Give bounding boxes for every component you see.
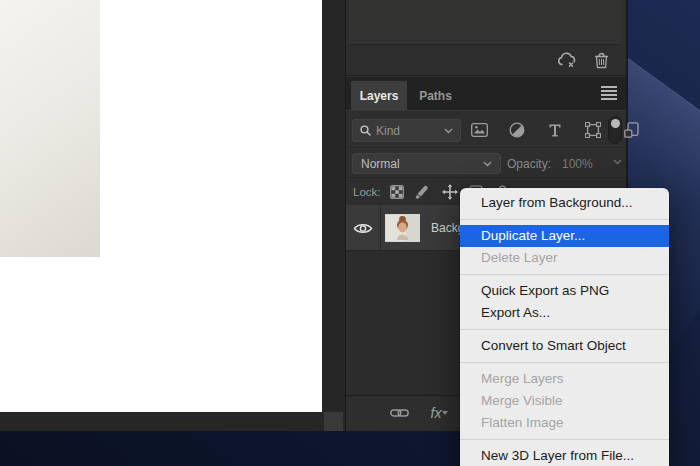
shape-layer-filter-icon[interactable] xyxy=(582,119,604,141)
chevron-down-icon xyxy=(444,128,453,134)
tab-layers-label: Layers xyxy=(360,89,399,103)
filter-kind-dropdown[interactable]: Kind xyxy=(352,119,461,142)
menu-item-layer-from-background[interactable]: Layer from Background... xyxy=(460,192,669,214)
search-icon xyxy=(360,125,371,136)
lock-image-icon[interactable] xyxy=(413,184,429,200)
menu-item-flatten-image: Flatten Image xyxy=(460,412,669,434)
blend-mode-dropdown[interactable]: Normal xyxy=(352,153,501,174)
tab-layers[interactable]: Layers xyxy=(351,81,407,110)
menu-item-merge-layers: Merge Layers xyxy=(460,368,669,390)
menu-separator xyxy=(460,439,669,440)
opacity-chevron-icon[interactable] xyxy=(613,159,622,165)
upper-panel-footer xyxy=(346,45,626,76)
tab-paths[interactable]: Paths xyxy=(407,81,464,110)
menu-item-export-as[interactable]: Export As... xyxy=(460,302,669,324)
trash-icon[interactable] xyxy=(590,49,612,71)
menu-item-duplicate-layer[interactable]: Duplicate Layer... xyxy=(460,225,669,247)
layer-filter-bar: Kind xyxy=(346,110,626,147)
blend-mode-value: Normal xyxy=(361,157,483,171)
photo-background-corner xyxy=(0,0,100,257)
tab-paths-label: Paths xyxy=(419,89,452,103)
menu-separator xyxy=(460,362,669,363)
layer-effects-fx-icon[interactable]: fx xyxy=(425,402,447,424)
filter-kind-label: Kind xyxy=(376,124,444,138)
upper-panel-content xyxy=(349,0,621,45)
hamburger-menu-icon[interactable] xyxy=(601,86,617,100)
menu-separator xyxy=(460,274,669,275)
smart-object-filter-icon[interactable] xyxy=(620,119,642,141)
scrollbar-corner xyxy=(324,412,343,431)
chevron-down-icon xyxy=(483,161,492,167)
menu-item-delete-layer: Delete Layer xyxy=(460,247,669,269)
context-menu: Layer from Background... Duplicate Layer… xyxy=(460,188,669,466)
opacity-label: Opacity: xyxy=(507,157,551,171)
pixel-layer-filter-icon[interactable] xyxy=(468,119,490,141)
desktop: Layers Paths Kind xyxy=(0,0,700,466)
lock-transparency-icon[interactable] xyxy=(389,184,405,200)
cloud-sync-off-icon[interactable] xyxy=(556,49,578,71)
link-layers-icon[interactable] xyxy=(388,402,410,424)
type-layer-filter-icon[interactable] xyxy=(544,119,566,141)
filter-toggle-switch[interactable] xyxy=(608,116,622,144)
panel-tab-bar: Layers Paths xyxy=(346,77,626,110)
adjustment-layer-filter-icon[interactable] xyxy=(506,119,528,141)
opacity-value[interactable]: 100% xyxy=(562,157,593,171)
menu-item-convert-smart-object[interactable]: Convert to Smart Object xyxy=(460,335,669,357)
lock-position-icon[interactable] xyxy=(442,184,458,200)
layer-visibility-toggle[interactable] xyxy=(346,205,381,251)
menu-item-quick-export-png[interactable]: Quick Export as PNG xyxy=(460,280,669,302)
document-canvas[interactable] xyxy=(0,0,322,412)
canvas-area xyxy=(0,0,345,431)
eye-icon xyxy=(353,222,373,235)
fx-label: fx xyxy=(431,405,442,421)
menu-item-merge-visible: Merge Visible xyxy=(460,390,669,412)
blend-mode-bar: Normal Opacity: 100% xyxy=(346,147,626,177)
menu-separator xyxy=(460,329,669,330)
menu-separator xyxy=(460,219,669,220)
menu-item-new-3d-layer[interactable]: New 3D Layer from File... xyxy=(460,445,669,466)
layer-thumbnail[interactable] xyxy=(385,214,420,242)
lock-label: Lock: xyxy=(353,186,381,198)
